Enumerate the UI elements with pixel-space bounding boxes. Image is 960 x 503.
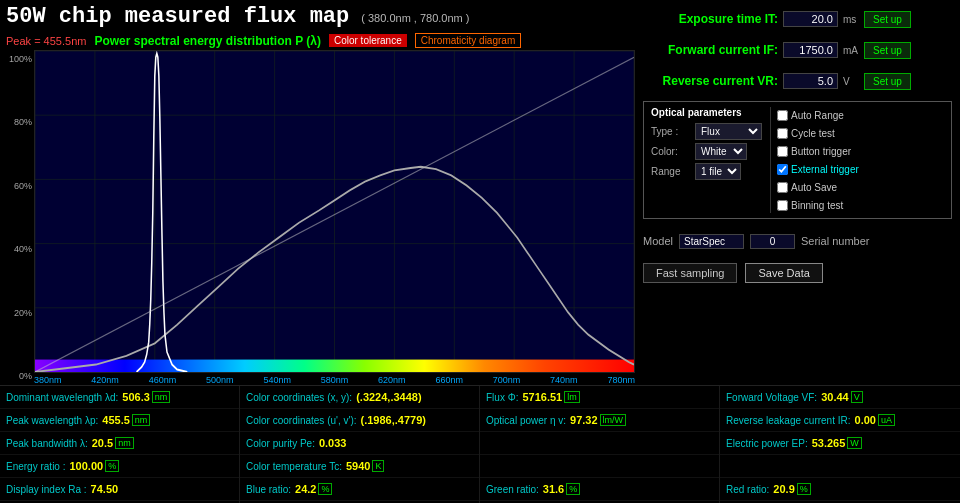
chart-canvas [34, 50, 635, 373]
range-select[interactable]: 1 file 2 file [695, 163, 741, 180]
peak-bandwidth-value: 20.5 [92, 437, 113, 449]
peak-wavelength-value: 455.5 [102, 414, 130, 426]
chromaticity-button[interactable]: Chromaticity diagram [415, 33, 521, 48]
green-ratio-value: 31.6 [543, 483, 564, 495]
optical-power-value: 97.32 [570, 414, 598, 426]
model-input[interactable] [679, 234, 744, 249]
peak-label: Peak = 455.5nm [6, 35, 86, 47]
external-trigger-checkbox[interactable] [777, 164, 788, 175]
flux-label: Flux Φ: [486, 392, 518, 403]
forward-voltage-value: 30.44 [821, 391, 849, 403]
forward-voltage-unit: V [851, 391, 863, 403]
range-text: ( 380.0nm , 780.0nm ) [361, 12, 469, 24]
red-ratio-label: Red ratio: [726, 484, 769, 495]
measurements-col-1: Dominant wavelength λd: 506.3 nm Peak wa… [0, 386, 240, 503]
electric-power-unit: W [847, 437, 862, 449]
blue-ratio-label: Blue ratio: [246, 484, 291, 495]
save-data-button[interactable]: Save Data [745, 263, 822, 283]
empty-cell-3b [480, 455, 719, 478]
dominant-wavelength-cell: Dominant wavelength λd: 506.3 nm [0, 386, 239, 409]
peak-wavelength-cell: Peak wavelength λp: 455.5 nm [0, 409, 239, 432]
display-index-label: Display index Ra : [6, 484, 87, 495]
dominant-wavelength-unit: nm [152, 391, 171, 403]
optical-power-unit: lm/W [600, 414, 627, 426]
action-buttons: Fast sampling Save Data [643, 263, 952, 283]
dominant-wavelength-label: Dominant wavelength λd: [6, 392, 118, 403]
blue-ratio-value: 24.2 [295, 483, 316, 495]
peak-bandwidth-unit: nm [115, 437, 134, 449]
forward-voltage-label: Forward Voltage VF: [726, 392, 817, 403]
color-purity-value: 0.033 [319, 437, 347, 449]
color-tolerance-button[interactable]: Color tolerance [329, 34, 407, 47]
model-row: Model Serial number [643, 228, 952, 254]
button-trigger-checkbox[interactable] [777, 146, 788, 157]
exposure-label: Exposure time IT: [643, 12, 778, 26]
energy-ratio-cell: Energy ratio : 100.00 % [0, 455, 239, 478]
reverse-leakage-value: 0.00 [855, 414, 876, 426]
color-coords-uv-label: Color coordinates (u', v'): [246, 415, 357, 426]
color-select[interactable]: White Red Green Blue [695, 143, 747, 160]
energy-ratio-label: Energy ratio : [6, 461, 65, 472]
forward-current-unit: mA [843, 45, 859, 56]
serial-number-input[interactable] [750, 234, 795, 249]
blue-ratio-unit: % [318, 483, 332, 495]
red-ratio-value: 20.9 [773, 483, 794, 495]
button-trigger-label: Button trigger [791, 146, 851, 157]
color-coords-xy-value: (.3224,.3448) [356, 391, 421, 403]
exposure-row: Exposure time IT: ms Set up [643, 6, 952, 32]
auto-range-label: Auto Range [791, 110, 844, 121]
peak-wavelength-label: Peak wavelength λp: [6, 415, 98, 426]
display-index-cell: Display index Ra : 74.50 [0, 478, 239, 501]
forward-setup-button[interactable]: Set up [864, 42, 911, 59]
blue-ratio-cell: Blue ratio: 24.2 % [240, 478, 479, 501]
forward-current-row: Forward current IF: mA Set up [643, 37, 952, 63]
electric-power-label: Electric power EP: [726, 438, 808, 449]
power-spectral-label: Power spectral energy distribution P (λ) [94, 34, 321, 48]
flux-unit: lm [564, 391, 580, 403]
peak-bandwidth-cell: Peak bandwidth λ: 20.5 nm [0, 432, 239, 455]
color-coords-uv-cell: Color coordinates (u', v'): (.1986,.4779… [240, 409, 479, 432]
exposure-input[interactable] [783, 11, 838, 27]
range-param-label: Range [651, 166, 691, 177]
color-temp-value: 5940 [346, 460, 370, 472]
measurements-col-3: Flux Φ: 5716.51 lm Optical power η v: 97… [480, 386, 720, 503]
display-index-value: 74.50 [91, 483, 119, 495]
red-ratio-cell: Red ratio: 20.9 % [720, 478, 960, 501]
reverse-current-input[interactable] [783, 73, 838, 89]
optical-power-cell: Optical power η v: 97.32 lm/W [480, 409, 719, 432]
cycle-test-label: Cycle test [791, 128, 835, 139]
color-label: Color: [651, 146, 691, 157]
x-axis: 380nm 420nm 460nm 500nm 540nm 580nm 620n… [34, 373, 635, 385]
flux-value: 5716.51 [522, 391, 562, 403]
binning-test-label: Binning test [791, 200, 843, 211]
reverse-setup-button[interactable]: Set up [864, 73, 911, 90]
reverse-current-label: Reverse current VR: [643, 74, 778, 88]
controls-panel: Exposure time IT: ms Set up Forward curr… [635, 0, 960, 385]
model-label: Model [643, 235, 673, 247]
color-purity-cell: Color purity Pe: 0.033 [240, 432, 479, 455]
reverse-leakage-cell: Reverse leakage current IR: 0.00 uA [720, 409, 960, 432]
color-coords-xy-cell: Color coordinates (x, y): (.3224,.3448) [240, 386, 479, 409]
auto-range-checkbox[interactable] [777, 110, 788, 121]
measurements-section: Dominant wavelength λd: 506.3 nm Peak wa… [0, 385, 960, 503]
main-title: 50W chip measured flux map [6, 4, 349, 29]
peak-wavelength-unit: nm [132, 414, 151, 426]
exposure-setup-button[interactable]: Set up [864, 11, 911, 28]
red-ratio-unit: % [797, 483, 811, 495]
empty-cell-4a [720, 455, 960, 478]
type-select[interactable]: Flux Radiance [695, 123, 762, 140]
forward-current-label: Forward current IF: [643, 43, 778, 57]
flux-cell: Flux Φ: 5716.51 lm [480, 386, 719, 409]
electric-power-cell: Electric power EP: 53.265 W [720, 432, 960, 455]
fast-sampling-button[interactable]: Fast sampling [643, 263, 737, 283]
forward-current-input[interactable] [783, 42, 838, 58]
green-ratio-cell: Green ratio: 31.6 % [480, 478, 719, 501]
color-coords-xy-label: Color coordinates (x, y): [246, 392, 352, 403]
binning-test-checkbox[interactable] [777, 200, 788, 211]
energy-ratio-unit: % [105, 460, 119, 472]
external-trigger-label: External trigger [791, 164, 859, 175]
peak-bandwidth-label: Peak bandwidth λ: [6, 438, 88, 449]
optical-params-title: Optical parameters [651, 107, 762, 118]
cycle-test-checkbox[interactable] [777, 128, 788, 139]
auto-save-checkbox[interactable] [777, 182, 788, 193]
